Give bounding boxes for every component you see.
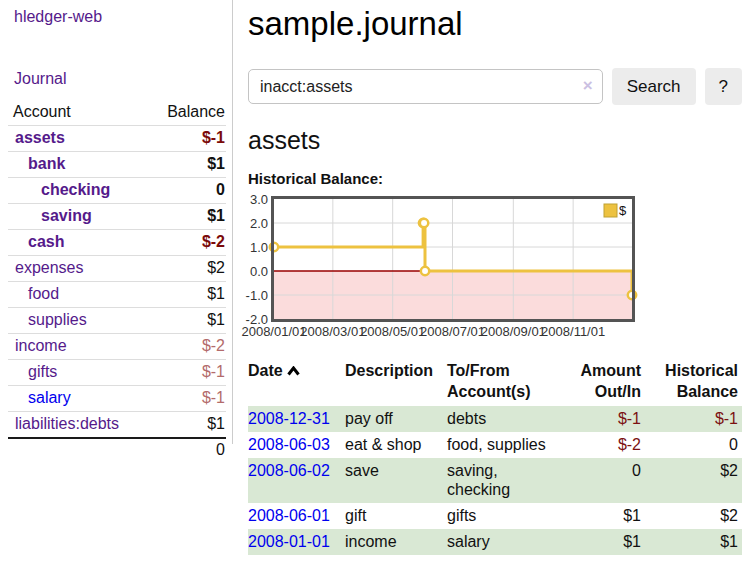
transaction-balance: $1: [645, 529, 742, 555]
register-row: 2008-01-01incomesalary$1$1: [248, 529, 742, 555]
transaction-accounts: gifts: [447, 503, 573, 529]
transaction-balance: $2: [645, 503, 742, 529]
svg-text:2008/01/01: 2008/01/01: [241, 324, 306, 339]
transaction-date-link[interactable]: 2008-06-02: [248, 462, 330, 479]
account-row: saving$1: [8, 204, 226, 230]
register-row: 2008-06-02savesaving,checking0$2: [248, 458, 742, 503]
account-link-income[interactable]: income: [15, 337, 67, 354]
search-input[interactable]: [248, 69, 603, 104]
account-balance: $1: [146, 204, 226, 230]
accounts-col-header: Account: [8, 100, 146, 126]
account-link-gifts[interactable]: gifts: [28, 363, 57, 380]
account-row: expenses$2: [8, 256, 226, 282]
svg-text:2008/07/01: 2008/07/01: [420, 324, 485, 339]
account-balance: $1: [146, 152, 226, 178]
account-balance: $-1: [146, 126, 226, 152]
svg-text:$: $: [619, 203, 627, 218]
account-balance: $2: [146, 256, 226, 282]
account-row: income$-2: [8, 334, 226, 360]
app-title-link[interactable]: hledger-web: [14, 8, 102, 26]
account-link-saving[interactable]: saving: [41, 207, 92, 224]
svg-text:2.0: 2.0: [250, 216, 268, 231]
svg-text:0.0: 0.0: [250, 264, 268, 279]
page-title: sample.journal: [248, 5, 742, 43]
account-link-salary[interactable]: salary: [28, 389, 71, 406]
register-row: 2008-06-03eat & shopfood, supplies$-20: [248, 432, 742, 458]
account-row: liabilities:debts$1: [8, 412, 226, 439]
transaction-accounts: food, supplies: [447, 432, 573, 458]
register-header-description: Description: [345, 358, 447, 406]
accounts-balance-table: Account Balance assets$-1bank$1checking0…: [8, 100, 226, 463]
transaction-description: pay off: [345, 406, 447, 432]
account-row: checking0: [8, 178, 226, 204]
svg-text:2008/05/01: 2008/05/01: [360, 324, 425, 339]
transaction-balance: 0: [645, 432, 742, 458]
svg-text:1.0: 1.0: [250, 240, 268, 255]
accounts-total-value: 0: [146, 438, 226, 463]
sidebar: hledger-web Journal Account Balance asse…: [0, 0, 233, 444]
accounts-total-row: 0: [8, 438, 226, 463]
transaction-date-link[interactable]: 2008-06-03: [248, 436, 330, 453]
account-row: food$1: [8, 282, 226, 308]
account-balance: $1: [146, 412, 226, 439]
account-link-checking[interactable]: checking: [41, 181, 110, 198]
account-heading: assets: [248, 126, 742, 155]
account-row: supplies$1: [8, 308, 226, 334]
account-row: bank$1: [8, 152, 226, 178]
svg-text:2008/11/01: 2008/11/01: [541, 324, 605, 339]
account-balance: $-2: [146, 334, 226, 360]
register-header-accounts: To/FromAccount(s): [447, 358, 573, 406]
transaction-description: gift: [345, 503, 447, 529]
svg-text:3.0: 3.0: [250, 192, 268, 207]
transaction-amount: $1: [573, 529, 645, 555]
transaction-date-link[interactable]: 2008-01-01: [248, 533, 330, 550]
transaction-amount: $-2: [573, 432, 645, 458]
account-balance: 0: [146, 178, 226, 204]
account-row: assets$-1: [8, 126, 226, 152]
svg-text:2008/03/01: 2008/03/01: [300, 324, 365, 339]
clear-search-icon[interactable]: ×: [583, 76, 593, 96]
transaction-description: eat & shop: [345, 432, 447, 458]
account-link-bank[interactable]: bank: [28, 155, 65, 172]
transaction-balance: $2: [645, 458, 742, 503]
search-button[interactable]: Search: [612, 68, 696, 105]
register-row: 2008-12-31pay offdebts$-1$-1: [248, 406, 742, 432]
chart-title: Historical Balance:: [248, 170, 742, 187]
transaction-accounts: debts: [447, 406, 573, 432]
account-balance: $-1: [146, 386, 226, 412]
transaction-accounts: salary: [447, 529, 573, 555]
account-row: salary$-1: [8, 386, 226, 412]
account-link-supplies[interactable]: supplies: [28, 311, 87, 328]
register-header-date[interactable]: Date: [248, 358, 345, 406]
account-balance: $1: [146, 308, 226, 334]
transaction-amount: $1: [573, 503, 645, 529]
transaction-description: income: [345, 529, 447, 555]
sidebar-item-journal[interactable]: Journal: [14, 70, 66, 88]
account-balance: $-2: [146, 230, 226, 256]
account-link-expenses[interactable]: expenses: [15, 259, 84, 276]
main-pane: sample.journal × Search ? assets Histori…: [248, 0, 742, 555]
account-balance: $1: [146, 282, 226, 308]
register-table: Date Description To/FromAccount(s) Amoun…: [248, 358, 742, 555]
register-row: 2008-06-01giftgifts$1$2: [248, 503, 742, 529]
sort-ascending-icon: [287, 360, 300, 381]
transaction-amount: 0: [573, 458, 645, 503]
account-link-liabilities-debts[interactable]: liabilities:debts: [15, 415, 119, 432]
transaction-balance: $-1: [645, 406, 742, 432]
account-link-cash[interactable]: cash: [28, 233, 64, 250]
help-button[interactable]: ?: [705, 68, 742, 105]
account-link-assets[interactable]: assets: [15, 129, 65, 146]
transaction-date-link[interactable]: 2008-12-31: [248, 410, 330, 427]
transaction-date-link[interactable]: 2008-06-01: [248, 507, 330, 524]
transaction-description: save: [345, 458, 447, 503]
account-link-food[interactable]: food: [28, 285, 59, 302]
transaction-accounts: saving,checking: [447, 458, 573, 503]
account-row: gifts$-1: [8, 360, 226, 386]
transaction-amount: $-1: [573, 406, 645, 432]
historical-balance-chart[interactable]: $3.02.01.00.0-1.0-2.02008/01/012008/03/0…: [240, 192, 742, 344]
register-header-amount: AmountOut/In: [573, 358, 645, 406]
account-balance: $-1: [146, 360, 226, 386]
svg-text:2008/09/01: 2008/09/01: [481, 324, 546, 339]
register-header-balance: HistoricalBalance: [645, 358, 742, 406]
account-row: cash$-2: [8, 230, 226, 256]
